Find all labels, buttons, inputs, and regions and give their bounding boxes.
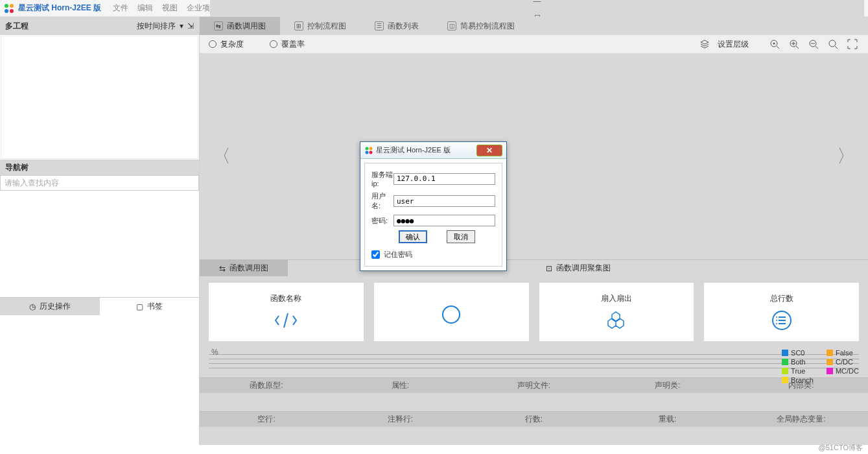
username-input[interactable] <box>393 195 495 207</box>
svg-point-25 <box>369 147 373 150</box>
remember-password[interactable]: 记住密码 <box>371 250 495 259</box>
dialog-close-button[interactable]: ✕ <box>476 145 502 156</box>
server-ip-label: 服务端ip: <box>371 170 393 187</box>
svg-point-26 <box>366 150 369 154</box>
app-logo-icon <box>364 146 373 155</box>
dialog-title: 星云测试 Horn-J2EE 版 <box>376 145 451 155</box>
dialog-titlebar[interactable]: 星云测试 Horn-J2EE 版 ✕ <box>360 142 506 159</box>
login-dialog: 星云测试 Horn-J2EE 版 ✕ 服务端ip: 用户名: 密码: 确认 取消… <box>360 141 507 271</box>
remember-checkbox[interactable] <box>371 250 380 259</box>
cancel-button[interactable]: 取消 <box>447 230 475 243</box>
remember-label: 记住密码 <box>384 250 412 259</box>
ok-button[interactable]: 确认 <box>399 230 427 243</box>
server-ip-input[interactable] <box>393 173 495 185</box>
svg-point-27 <box>369 150 373 154</box>
username-label: 用户名: <box>371 191 393 211</box>
svg-point-24 <box>366 147 369 150</box>
password-label: 密码: <box>371 216 393 226</box>
password-input[interactable] <box>393 215 495 226</box>
modal-overlay: 星云测试 Horn-J2EE 版 ✕ 服务端ip: 用户名: 密码: 确认 取消… <box>0 0 868 454</box>
